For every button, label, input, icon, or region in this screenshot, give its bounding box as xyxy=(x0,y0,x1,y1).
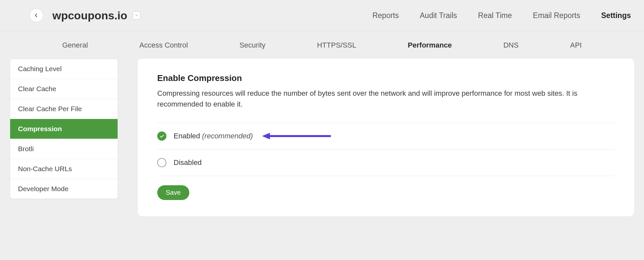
arrow-left-icon xyxy=(34,13,39,18)
sidebar-item-compression[interactable]: Compression xyxy=(10,119,118,139)
nav-item-settings[interactable]: Settings xyxy=(601,11,631,20)
save-button[interactable]: Save xyxy=(157,185,189,200)
nav-item-email-reports[interactable]: Email Reports xyxy=(533,11,580,20)
tab-dns[interactable]: DNS xyxy=(503,41,519,50)
tab-general[interactable]: General xyxy=(62,41,88,50)
annotation-arrow-icon xyxy=(262,131,331,141)
tab-performance[interactable]: Performance xyxy=(408,41,452,50)
nav-item-real-time[interactable]: Real Time xyxy=(478,11,512,20)
site-dropdown-button[interactable] xyxy=(133,11,141,19)
option-label: Enabled xyxy=(174,132,200,140)
card-description: Compressing resources will reduce the nu… xyxy=(157,88,615,110)
back-button[interactable] xyxy=(29,9,43,22)
card-title: Enable Compression xyxy=(157,73,615,83)
tab-security[interactable]: Security xyxy=(239,41,265,50)
sidebar-item-brotli[interactable]: Brotli xyxy=(10,139,118,159)
performance-sidebar: Caching Level Clear Cache Clear Cache Pe… xyxy=(10,59,118,199)
option-hint: (recommended) xyxy=(202,132,253,140)
nav-item-reports[interactable]: Reports xyxy=(372,11,399,20)
tab-https-ssl[interactable]: HTTPS/SSL xyxy=(317,41,356,50)
settings-sub-tabs: General Access Control Security HTTPS/SS… xyxy=(0,31,644,59)
sidebar-item-non-cache-urls[interactable]: Non-Cache URLs xyxy=(10,159,118,179)
tab-access-control[interactable]: Access Control xyxy=(140,41,188,50)
svg-marker-1 xyxy=(262,133,270,139)
save-row: Save xyxy=(157,185,615,200)
radio-checked-icon xyxy=(157,131,166,141)
sidebar-item-clear-cache[interactable]: Clear Cache xyxy=(10,79,118,99)
radio-unchecked-icon xyxy=(157,158,166,167)
option-disabled[interactable]: Disabled xyxy=(157,150,615,176)
chevron-down-icon xyxy=(135,14,138,17)
tab-api[interactable]: API xyxy=(570,41,581,50)
option-enabled[interactable]: Enabled (recommended) xyxy=(157,123,615,150)
top-nav: Reports Audit Trails Real Time Email Rep… xyxy=(372,11,631,20)
sidebar-item-caching-level[interactable]: Caching Level xyxy=(10,59,118,79)
option-label: Disabled xyxy=(174,158,202,167)
sidebar-item-clear-cache-per-file[interactable]: Clear Cache Per File xyxy=(10,99,118,119)
site-title: wpcoupons.io xyxy=(52,9,127,22)
main-area: Caching Level Clear Cache Clear Cache Pe… xyxy=(0,59,644,230)
compression-card: Enable Compression Compressing resources… xyxy=(138,59,634,216)
page-header: wpcoupons.io Reports Audit Trails Real T… xyxy=(0,0,644,31)
checkmark-icon xyxy=(160,134,164,139)
sidebar-item-developer-mode[interactable]: Developer Mode xyxy=(10,179,118,199)
nav-item-audit-trails[interactable]: Audit Trails xyxy=(420,11,457,20)
